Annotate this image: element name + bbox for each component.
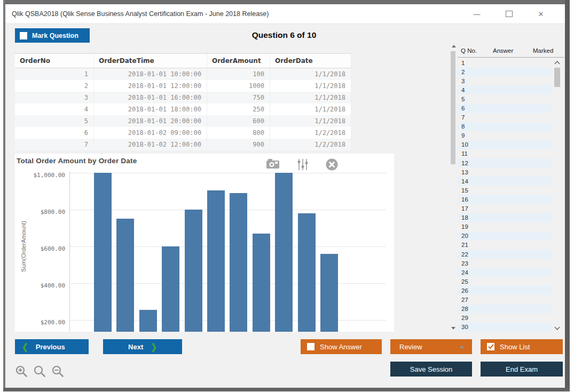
qlist-row-number: 13 — [458, 169, 468, 175]
qlist-row[interactable]: 18 — [458, 213, 552, 222]
scroll-up-icon[interactable] — [452, 45, 456, 47]
qlist-row[interactable]: 6 — [458, 103, 552, 113]
end-exam-button[interactable]: End Exam — [481, 362, 563, 377]
qlist-row[interactable]: 9 — [458, 131, 552, 140]
minimize-button[interactable]: — — [468, 7, 486, 21]
show-list-button[interactable]: Show List — [481, 339, 563, 354]
next-label: Next — [128, 343, 143, 351]
qlist-row-number: 30 — [458, 324, 468, 330]
prev-chevron-icon: ❮ — [22, 342, 28, 351]
qlist-row[interactable]: 5 — [458, 94, 552, 103]
next-button[interactable]: Next ❯ — [103, 339, 182, 354]
qlist-row[interactable]: 28 — [458, 305, 552, 314]
qlist-row[interactable]: 30 — [458, 323, 552, 332]
qlist-row[interactable]: 24 — [458, 268, 552, 277]
zoom-toolbar — [15, 365, 65, 378]
qlist-row[interactable]: 15 — [458, 186, 552, 195]
qlist-row-number: 20 — [458, 233, 468, 239]
previous-button[interactable]: ❮ Previous — [15, 339, 89, 354]
bar — [139, 310, 157, 332]
qlist-row[interactable]: 27 — [458, 295, 552, 304]
bar — [207, 190, 225, 332]
qlist-header-qno: Q No. — [461, 47, 477, 54]
maximize-button[interactable] — [500, 7, 518, 21]
zoom-reset-icon[interactable] — [33, 365, 46, 378]
chart-title: Total Order Amount by Order Date — [17, 157, 137, 165]
scroll-thumb[interactable] — [451, 51, 455, 164]
app-window: Qlik QSBA2018 (Qlik Sense Business Analy… — [0, 0, 574, 392]
qlist-row-number: 17 — [458, 205, 468, 212]
show-answer-checkbox[interactable] — [307, 343, 314, 350]
qlist-row-number: 4 — [458, 87, 465, 93]
qlist-row[interactable]: 17 — [458, 204, 552, 213]
qlist-row[interactable]: 10 — [458, 140, 552, 149]
table-cell: 2018-01-01 18:00:00 — [94, 103, 207, 115]
close-button[interactable]: ✕ — [532, 7, 550, 21]
review-dropdown-arrow-icon — [459, 345, 465, 348]
bar — [298, 213, 316, 332]
qlist-row[interactable]: 12 — [458, 158, 552, 167]
main-scrollbar[interactable] — [450, 45, 457, 330]
qlist-row[interactable]: 19 — [458, 222, 552, 231]
qlist-row-number: 2 — [458, 69, 465, 75]
qlist-row[interactable]: 23 — [458, 259, 552, 268]
qlist-row[interactable]: 21 — [458, 241, 552, 250]
qlist-row[interactable]: 29 — [458, 314, 552, 323]
qlist-row[interactable]: 20 — [458, 231, 552, 241]
qlist-scroll-thumb[interactable] — [554, 68, 560, 87]
qlist-row-number: 7 — [458, 114, 465, 121]
qlist-row[interactable]: 22 — [458, 250, 552, 259]
review-button[interactable]: Review — [390, 339, 472, 354]
qlist-row[interactable]: 4 — [458, 85, 552, 94]
next-chevron-icon: ❯ — [151, 342, 157, 351]
table-cell: 1/2/2018 — [270, 127, 351, 139]
bar — [185, 210, 202, 332]
qlist-row[interactable]: 26 — [458, 286, 552, 295]
qlist-row-number: 28 — [458, 306, 468, 312]
table-cell: 2018-01-01 10:00:00 — [94, 68, 207, 80]
minimize-icon: — — [474, 10, 481, 18]
show-list-label: Show List — [500, 343, 530, 351]
qlist-row-number: 1 — [458, 60, 465, 66]
qlist-scroll-up-icon[interactable] — [553, 59, 561, 66]
y-tick-label: $600.00 — [21, 245, 65, 252]
previous-label: Previous — [36, 343, 65, 351]
table-cell: 2018-01-02 09:00:00 — [94, 127, 207, 139]
qlist-row[interactable]: 14 — [458, 177, 552, 186]
column-header: OrderDateTime — [94, 54, 207, 68]
window-frame-bottom — [3, 388, 570, 391]
qlist-scrollbar[interactable] — [553, 58, 561, 332]
table-cell: 1/1/2018 — [270, 115, 351, 127]
qlist-row[interactable]: 8 — [458, 122, 552, 131]
qlist-row[interactable]: 16 — [458, 195, 552, 204]
show-answer-label: Show Answer — [320, 343, 362, 351]
scroll-down-icon[interactable] — [451, 327, 455, 330]
column-header: OrderDate — [270, 54, 351, 68]
qlist-row-number: 5 — [458, 96, 465, 102]
qlist-row[interactable]: 11 — [458, 149, 552, 158]
y-tick-label: $1,000.00 — [21, 172, 65, 179]
bar — [320, 254, 338, 332]
table-cell: 4 — [15, 103, 94, 115]
qlist-row[interactable]: 25 — [458, 277, 552, 286]
zoom-in-icon[interactable] — [15, 365, 28, 378]
qlist-row[interactable]: 1 — [458, 58, 552, 67]
qlist-row[interactable]: 3 — [458, 76, 552, 85]
save-session-button[interactable]: Save Session — [390, 362, 472, 377]
show-answer-button[interactable]: Show Answer — [301, 339, 382, 354]
qlist-row[interactable]: 13 — [458, 167, 552, 177]
qlist-row[interactable]: 7 — [458, 113, 552, 122]
qlist-row[interactable]: 2 — [458, 67, 552, 76]
qlist-row-number: 16 — [458, 196, 468, 203]
zoom-out-icon[interactable] — [51, 365, 65, 378]
show-list-checkbox[interactable] — [487, 343, 494, 350]
qlist-scroll-down-icon[interactable] — [553, 324, 561, 332]
gridline — [70, 210, 386, 210]
table-cell: 2 — [15, 80, 94, 92]
table-cell: 1000 — [207, 80, 270, 92]
bar — [94, 173, 112, 332]
bar — [230, 193, 247, 332]
table-cell: 6 — [15, 127, 94, 139]
question-counter: Question 6 of 10 — [0, 30, 568, 40]
sliders-icon — [297, 158, 309, 171]
